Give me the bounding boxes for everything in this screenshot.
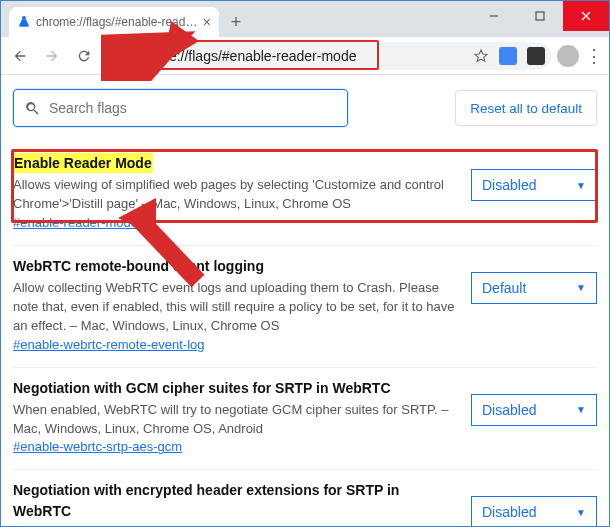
flag-select-value: Disabled xyxy=(482,504,536,520)
flag-row: Negotiation with encrypted header extens… xyxy=(13,470,597,527)
menu-button[interactable]: ⋮ xyxy=(585,45,603,67)
back-button[interactable] xyxy=(7,43,33,69)
star-icon[interactable] xyxy=(473,48,489,64)
flag-select[interactable]: Disabled▼ xyxy=(471,496,597,527)
flag-anchor-link[interactable]: #enable-reader-mode xyxy=(13,215,138,230)
content-area: Reset all to default Enable Reader ModeA… xyxy=(1,75,609,527)
chevron-down-icon: ▼ xyxy=(576,282,586,293)
browser-tab[interactable]: chrome://flags/#enable-reader-m × xyxy=(9,7,219,37)
extension-icon[interactable] xyxy=(499,47,517,65)
reload-button[interactable] xyxy=(71,43,97,69)
flag-row: Negotiation with GCM cipher suites for S… xyxy=(13,368,597,470)
tab-title: chrome://flags/#enable-reader-m xyxy=(36,15,198,29)
flag-title: Enable Reader Mode xyxy=(13,153,153,173)
flask-icon xyxy=(17,15,31,29)
svg-rect-1 xyxy=(536,12,544,20)
flag-select-value: Disabled xyxy=(482,402,536,418)
flag-select-value: Disabled xyxy=(482,177,536,193)
new-tab-button[interactable]: + xyxy=(223,9,249,35)
flag-select[interactable]: Disabled▼ xyxy=(471,169,597,201)
url-text: chrome://flags/#enable-reader-mode xyxy=(130,48,356,64)
flag-description: Allow collecting WebRTC event logs and u… xyxy=(13,280,455,333)
flag-anchor-link[interactable]: #enable-webrtc-remote-event-log xyxy=(13,337,204,352)
forward-button[interactable] xyxy=(39,43,65,69)
flag-select[interactable]: Disabled▼ xyxy=(471,394,597,426)
close-icon[interactable]: × xyxy=(203,14,211,30)
chevron-down-icon: ▼ xyxy=(576,507,586,518)
extension-icon[interactable] xyxy=(527,47,545,65)
flag-description: When enabled, WebRTC will try to negotia… xyxy=(13,402,448,436)
flag-select-value: Default xyxy=(482,280,526,296)
search-input[interactable] xyxy=(13,89,348,127)
close-window-button[interactable] xyxy=(563,1,609,31)
flag-select[interactable]: Default▼ xyxy=(471,272,597,304)
maximize-button[interactable] xyxy=(517,1,563,31)
avatar[interactable] xyxy=(557,45,579,67)
flag-title: Negotiation with GCM cipher suites for S… xyxy=(13,378,391,398)
omnibox[interactable]: chrome://flags/#enable-reader-mode xyxy=(103,42,551,70)
address-bar: chrome://flags/#enable-reader-mode ⋮ xyxy=(1,37,609,75)
titlebar: chrome://flags/#enable-reader-m × + xyxy=(1,1,609,37)
flag-row: WebRTC remote-bound event loggingAllow c… xyxy=(13,246,597,367)
search-icon xyxy=(24,100,41,117)
chevron-down-icon: ▼ xyxy=(576,180,586,191)
flag-anchor-link[interactable]: #enable-webrtc-srtp-aes-gcm xyxy=(13,439,182,454)
reset-all-button[interactable]: Reset all to default xyxy=(455,90,597,126)
flag-row: Enable Reader ModeAllows viewing of simp… xyxy=(13,143,597,245)
window-controls xyxy=(471,1,609,31)
minimize-button[interactable] xyxy=(471,1,517,31)
chrome-icon xyxy=(109,48,124,63)
flag-description: Allows viewing of simplified web pages b… xyxy=(13,177,444,211)
chevron-down-icon: ▼ xyxy=(576,404,586,415)
flag-title: Negotiation with encrypted header extens… xyxy=(13,480,461,521)
flag-title: WebRTC remote-bound event logging xyxy=(13,256,264,276)
